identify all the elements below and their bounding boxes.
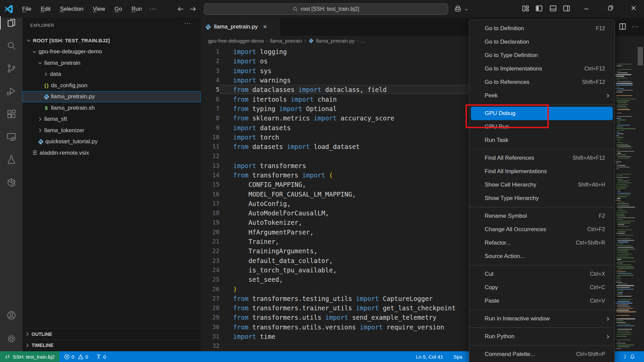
line-number: 11 (201, 143, 219, 150)
toggle-primary-sidebar-icon[interactable] (535, 5, 543, 12)
tree-item-ds-config-json[interactable]: { }ds_config.json (22, 80, 201, 91)
menu-item-command-palette[interactable]: Command Palette...Ctrl+Shift+P (469, 348, 614, 361)
window-close-icon[interactable] (630, 5, 637, 11)
menu-item-go-to-implementations[interactable]: Go to ImplementationsCtrl+F12 (469, 62, 614, 75)
line-number: 12 (201, 153, 219, 159)
notifications-bell-icon[interactable] (629, 351, 636, 362)
line-number: 9 (201, 124, 219, 131)
menu-item-go-to-type-definition[interactable]: Go to Type Definition (469, 49, 614, 62)
sidebar-section-outline[interactable]: OUTLINE (22, 328, 201, 340)
tree-item-llama-tokenizer[interactable]: llama_tokenizer (22, 125, 201, 136)
cursor-position[interactable]: Ln 5, Col 41 (416, 351, 443, 362)
menu-shortcut: Ctrl+Shift+P (576, 351, 605, 357)
extensions-icon[interactable] (0, 104, 22, 124)
breadcrumb-item-[interactable]: ... (361, 38, 365, 44)
broadcast-icon (96, 354, 102, 360)
copilot-icon[interactable] (453, 5, 462, 13)
sidebar-section-timeline[interactable]: TIMELINE (22, 340, 201, 351)
menu-view[interactable]: View (89, 4, 109, 14)
tree-item-aladdin-remote-vsix[interactable]: ☰aladdin-remote.vsix (22, 147, 201, 159)
menu-selection[interactable]: Selection (56, 4, 88, 14)
editor-scrollbar[interactable] (638, 47, 643, 65)
menu-run[interactable]: Run (127, 4, 146, 14)
line-number: 23 (201, 257, 219, 264)
menu-item-change-all-occurrences[interactable]: Change All OccurrencesCtrl+F2 (469, 223, 614, 236)
line-number: 1 (201, 48, 219, 55)
navigate-back-icon[interactable] (176, 4, 186, 14)
menu-item-copy[interactable]: CopyCtrl+C (469, 281, 614, 294)
menu-item-go-to-references[interactable]: Go to ReferencesShift+F12 (469, 75, 614, 89)
ports-indicator[interactable]: 0 (96, 354, 106, 360)
menu-item-find-all-references[interactable]: Find All ReferencesShift+Alt+F12 (469, 151, 614, 165)
customize-layout-icon[interactable] (522, 5, 529, 12)
tree-item-label: quickstart_tutorial.py (45, 138, 98, 145)
command-center-search[interactable]: root [SSH: test_train.bj2] (204, 3, 448, 15)
window-restore-icon[interactable] (607, 5, 614, 11)
menu-item-rename-symbol[interactable]: Rename SymbolF2 (469, 209, 614, 223)
account-icon[interactable] (0, 305, 22, 325)
minimap[interactable] (615, 64, 637, 351)
split-editor-icon[interactable] (619, 23, 626, 30)
chevron-down-icon[interactable] (464, 7, 469, 12)
tree-item-llama-pretrain-sh[interactable]: $llama_pretrain.sh (22, 102, 201, 114)
submenu-chevron-icon: › (607, 315, 609, 322)
menu-item-show-type-hierarchy[interactable]: Show Type Hierarchy (469, 192, 614, 205)
tab-close-icon[interactable]: ✕ (263, 24, 267, 30)
indentation-indicator[interactable]: Spa (453, 351, 463, 362)
menu-file[interactable]: File (18, 4, 35, 14)
menu-item-run-task[interactable]: Run Task (469, 134, 614, 147)
run-debug-icon[interactable] (0, 81, 22, 101)
menu-edit[interactable]: Edit (37, 4, 54, 14)
problems-indicator[interactable]: 0 0 (64, 354, 88, 360)
explorer-title: EXPLORER (30, 23, 54, 28)
editor-more-actions-icon[interactable]: ··· (632, 23, 639, 30)
tree-item-root-ssh-test-train-bj2[interactable]: ROOT [SSH: TEST_TRAIN.BJ2] (22, 35, 201, 46)
settings-icon[interactable] (0, 329, 22, 349)
activity-bar (0, 18, 22, 351)
menu-go[interactable]: Go (110, 4, 126, 14)
title-bar: FileEditSelectionViewGoRun ··· root [SSH… (0, 0, 644, 18)
breadcrumb-item-llama-pretrain-py[interactable]: llama_pretrain.py (308, 38, 355, 44)
menu-item-paste[interactable]: PasteCtrl+V (469, 294, 614, 308)
remote-indicator[interactable]: SSH: test_train.bj2 (0, 351, 59, 362)
tree-item-gpu-free-debugger-demo[interactable]: gpu-free-debugger-demo (22, 46, 201, 58)
line-number: 15 (201, 181, 219, 188)
search-icon[interactable] (0, 36, 22, 56)
tree-item-data[interactable]: data (22, 69, 201, 80)
line-number: 27 (201, 295, 219, 302)
menu-item-go-to-declaration[interactable]: Go to Declaration (469, 35, 614, 49)
explorer-actions-ellipsis-icon[interactable]: ··· (184, 20, 191, 27)
menu-item-find-all-implementations[interactable]: Find All Implementations (469, 165, 614, 178)
menu-item-refactor[interactable]: Refactor...Ctrl+Shift+R (469, 236, 614, 250)
error-icon (64, 354, 70, 360)
remote-explorer-icon[interactable] (0, 127, 22, 147)
window-minimize-icon[interactable] (583, 5, 590, 12)
toggle-secondary-sidebar-icon[interactable] (563, 5, 570, 12)
menu-overflow-ellipsis-icon[interactable]: ··· (146, 5, 160, 12)
tab-llama-pretrain-py[interactable]: llama_pretrain.py ✕ (201, 18, 280, 36)
tree-item-label: llama_pretrain (44, 60, 80, 66)
tree-item-llama-sft[interactable]: llama_sft (22, 114, 201, 125)
menu-item-cut[interactable]: CutCtrl+X (469, 267, 614, 281)
source-control-icon[interactable] (0, 58, 22, 79)
containers-icon[interactable] (0, 172, 22, 193)
menu-shortcut: Ctrl+F2 (587, 226, 605, 232)
menu-item-gpu-debug[interactable]: GPU Debug (471, 107, 613, 120)
menu-item-go-to-definition[interactable]: Go to DefinitionF12 (469, 22, 614, 35)
navigate-forward-icon[interactable] (188, 4, 198, 14)
tree-item-llama-pretrain[interactable]: llama_pretrain (22, 57, 201, 69)
tree-item-quickstart-tutorial-py[interactable]: quickstart_tutorial.py (22, 136, 201, 148)
menu-item-source-action[interactable]: Source Action... (469, 250, 614, 263)
explorer-icon[interactable] (0, 13, 22, 33)
menu-item-run-python[interactable]: Run Python› (469, 330, 614, 343)
menu-item-run-in-interactive-window[interactable]: Run in Interactive window› (469, 312, 614, 325)
menu-item-gpu-run[interactable]: GPU Run (469, 120, 614, 134)
tree-item-llama-pretrain-py[interactable]: llama_pretrain.py (22, 91, 201, 103)
menu-item-show-call-hierarchy[interactable]: Show Call HierarchyShift+Alt+H (469, 178, 614, 192)
menu-item-peek[interactable]: Peek› (469, 89, 614, 102)
testing-icon[interactable] (0, 150, 22, 170)
line-number: 5 (201, 86, 219, 93)
breadcrumb-item-llama-pretrain[interactable]: llama_pretrain (270, 38, 302, 44)
breadcrumb-item-gpu-free-debugger-demo[interactable]: gpu-free-debugger-demo (208, 38, 264, 44)
toggle-panel-icon[interactable] (549, 5, 557, 12)
